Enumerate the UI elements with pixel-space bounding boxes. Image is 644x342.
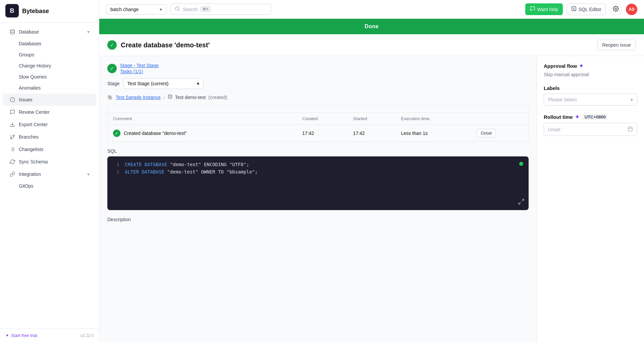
content-wrapper: Done ✓ Create database 'demo-test' Reope… <box>99 19 644 342</box>
batch-change-select[interactable]: batch change ▾ <box>106 4 166 14</box>
sidebar-item-database-label: Database <box>19 29 39 35</box>
sql-line-2: 2 ALTER DATABASE "demo-test" OWNER TO "b… <box>113 169 523 175</box>
sql-section-label: SQL <box>107 148 529 154</box>
sql-editor-button[interactable]: SQL Editor <box>567 3 606 15</box>
labels-placeholder: Please Select <box>548 97 577 102</box>
main-area: batch change ▾ Search ⌘K Want help SQL E… <box>99 0 644 342</box>
sql-string-1: "demo-test" ENCODING "UTF8"; <box>170 162 249 167</box>
arrow-icon: › <box>163 95 165 100</box>
want-help-button[interactable]: Want help <box>525 3 563 15</box>
sparkle-icon-rollout: ✦ <box>575 114 579 120</box>
chat-icon <box>530 6 535 12</box>
task-comment: Created database "demo-test" <box>124 131 186 136</box>
sync-icon <box>9 159 15 165</box>
sidebar-item-export-center[interactable]: Export Center <box>3 118 96 131</box>
sidebar: B Bytebase Database ▾ Databases Groups C… <box>0 0 99 342</box>
issue-status-check: ✓ <box>107 40 117 50</box>
sidebar-item-integration[interactable]: Integration ▾ <box>3 168 96 180</box>
sidebar-item-branches[interactable]: Branches <box>3 131 96 143</box>
svg-point-20 <box>615 8 617 10</box>
svg-line-22 <box>522 199 524 201</box>
db-status-badge: (created) <box>208 95 227 100</box>
export-icon <box>9 121 15 128</box>
task-check-icon: ✓ <box>113 130 120 137</box>
sidebar-item-changelists[interactable]: Changelists <box>3 143 96 155</box>
gear-icon <box>613 6 619 13</box>
sidebar-item-sync-schema[interactable]: Sync Schema <box>3 156 96 168</box>
sidebar-item-databases[interactable]: Databases <box>3 38 96 49</box>
changelists-icon <box>9 146 15 152</box>
avatar-button[interactable]: AD <box>626 4 637 15</box>
chevron-down-icon: ▾ <box>87 29 90 35</box>
issue-title: Create database 'demo-test' <box>121 41 210 49</box>
svg-point-9 <box>10 138 12 139</box>
sidebar-item-integration-label: Integration <box>19 172 41 177</box>
table-header-execution-time <box>423 106 476 113</box>
labels-chevron-icon: ▾ <box>631 97 633 102</box>
sql-keyword-2: ALTER DATABASE <box>125 169 164 175</box>
sql-section: SQL 1 CREATE DATABASE "demo-test" ENCODI… <box>107 148 529 210</box>
labels-dropdown[interactable]: Please Select ▾ <box>544 94 637 106</box>
calendar-icon <box>628 126 633 133</box>
batch-change-label: batch change <box>110 7 139 12</box>
sidebar-item-review-center-label: Review Center <box>19 109 50 115</box>
brand-name: Bytebase <box>22 8 49 15</box>
stage-row: ✓ Stage - Test Stage Tasks (1/1) <box>107 63 529 74</box>
issues-icon <box>9 97 15 103</box>
db-link[interactable]: Test demo-test <box>175 95 206 100</box>
sidebar-item-database[interactable]: Database ▾ <box>3 26 96 38</box>
reopen-issue-button[interactable]: Reopen issue <box>597 40 636 50</box>
search-icon <box>175 6 180 12</box>
settings-button[interactable] <box>610 3 622 15</box>
sidebar-item-gitops[interactable]: GitOps <box>3 181 96 191</box>
stage-label: Stage <box>107 81 120 86</box>
batch-change-chevron-icon: ▾ <box>160 7 162 12</box>
rollout-placeholder: Unset <box>548 127 628 132</box>
instance-link[interactable]: Test Sample Instance <box>116 95 161 100</box>
table-header-started <box>371 106 423 113</box>
svg-line-17 <box>178 10 179 11</box>
sidebar-item-anomalies[interactable]: Anomalies <box>3 83 96 93</box>
sidebar-item-slow-queries[interactable]: Slow Queries <box>3 71 96 82</box>
sql-keyword-1: CREATE DATABASE <box>125 162 167 167</box>
svg-line-23 <box>519 202 521 204</box>
issue-right-sidebar: Approval flow ✦ Skip manual approval Lab… <box>537 56 644 342</box>
stage-chevron-icon: ▾ <box>197 81 199 86</box>
description-label: Description <box>107 217 529 222</box>
svg-point-16 <box>175 7 179 10</box>
sidebar-item-issues[interactable]: Issues <box>3 94 96 106</box>
search-placeholder: Search <box>183 7 198 12</box>
col-created: Created <box>297 113 347 125</box>
stage-link[interactable]: Stage - Test Stage <box>120 63 159 68</box>
task-execution-time: Less than 1s <box>396 125 472 142</box>
sidebar-item-export-center-label: Export Center <box>19 122 48 127</box>
search-shortcut: ⌘K <box>200 6 210 12</box>
stage-check-icon: ✓ <box>107 64 117 73</box>
detail-button[interactable]: Detail <box>477 129 495 137</box>
integration-icon <box>9 171 15 177</box>
sql-code-1: CREATE DATABASE "demo-test" ENCODING "UT… <box>125 162 249 167</box>
instance-row: 🐘 Test Sample Instance › Test demo-test … <box>107 94 529 100</box>
tasks-link[interactable]: Tasks (1/1) <box>120 69 159 74</box>
rollout-time-title: Rollout time ✦ UTC+0800 <box>544 114 637 120</box>
done-banner: Done <box>99 19 644 34</box>
expand-icon[interactable] <box>518 198 525 206</box>
approval-flow-section: Approval flow ✦ Skip manual approval <box>544 63 637 77</box>
branches-icon <box>9 134 15 140</box>
sidebar-item-change-history[interactable]: Change History <box>3 60 96 71</box>
logo: B <box>5 4 19 18</box>
sidebar-item-groups[interactable]: Groups <box>3 49 96 60</box>
sql-editor-icon <box>571 6 577 12</box>
sidebar-item-review-center[interactable]: Review Center <box>3 106 96 118</box>
start-free-trial-button[interactable]: ✦ Start free trial <box>5 333 37 338</box>
search-bar[interactable]: Search ⌘K <box>170 4 271 15</box>
description-section: Description <box>107 217 529 222</box>
rollout-time-input[interactable]: Unset <box>544 123 637 136</box>
stage-dropdown[interactable]: Test Stage (current) ▾ <box>123 78 204 89</box>
issue-body: ✓ Stage - Test Stage Tasks (1/1) Stage T… <box>99 56 644 342</box>
table-header-created <box>318 106 371 113</box>
labels-section: Labels Please Select ▾ <box>544 85 637 106</box>
timezone-badge: UTC+0800 <box>583 114 608 120</box>
col-comment: Comment <box>108 113 297 125</box>
sql-status-dot <box>519 162 523 166</box>
